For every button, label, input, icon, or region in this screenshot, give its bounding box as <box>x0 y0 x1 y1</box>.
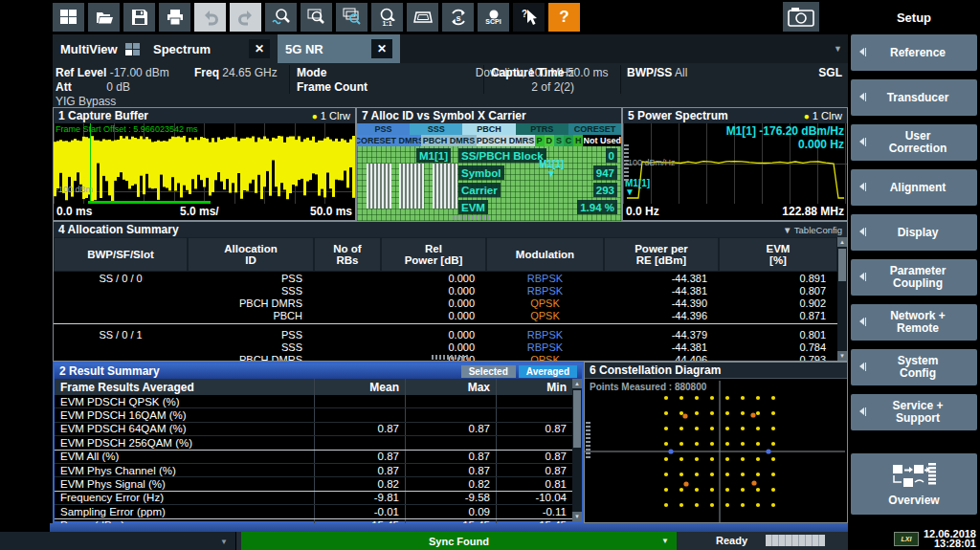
tab-multiview[interactable]: MultiView <box>53 34 145 63</box>
multiview-grid-icon <box>125 43 140 55</box>
multiple-zoom-button[interactable] <box>336 3 368 32</box>
allocation-column-header: BWP/SF/Slot <box>55 238 187 271</box>
splitter-handle[interactable] <box>586 420 590 458</box>
scroll-down-icon[interactable]: ▼ <box>837 351 847 361</box>
sync-status-bar[interactable]: Sync Found ▼ <box>241 532 677 550</box>
scroll-down-icon[interactable]: ▼ <box>572 512 582 521</box>
capture-buffer-plot[interactable]: Frame Start Offset : 5.966023542 ms -100… <box>54 123 355 204</box>
zoom-one-to-one-button[interactable]: 1:1 <box>371 3 403 32</box>
redo-button[interactable] <box>230 3 261 32</box>
legend-pdsch-dmrs: PDSCH DMRS <box>477 135 535 146</box>
power-spectrum-header[interactable]: 5 Power Spectrum ● 1 Clrw <box>623 108 847 124</box>
window-result-summary[interactable]: 2 Result Summary Selected Averaged Frame… <box>53 362 584 523</box>
result-col-min: Min <box>496 379 572 395</box>
constellation-header[interactable]: 6 Constellation Diagram <box>585 363 847 379</box>
window-capture-buffer[interactable]: 1 Capture Buffer ● 1 Clrw Frame Start Of… <box>53 107 356 221</box>
constellation-point <box>695 473 699 476</box>
screenshot-button[interactable] <box>783 2 819 32</box>
constellation-point <box>771 488 775 492</box>
save-icon <box>130 8 149 27</box>
result-summary-title: 2 Result Summary <box>59 364 160 378</box>
sidebar-button-parameter-coupling[interactable]: ParameterCoupling <box>851 259 977 296</box>
tab-spectrum[interactable]: Spectrum ✕ <box>145 34 278 63</box>
redo-icon <box>236 8 256 27</box>
zoom-selection-button[interactable] <box>265 3 297 32</box>
legend-pss: PSS <box>357 123 410 135</box>
alloc-map-header[interactable]: 7 Alloc ID vs Symbol X Carrier <box>357 108 621 124</box>
alloc-legend-row1: PSSSSSPBCHPTRSCORESET <box>357 123 621 135</box>
overview-button[interactable]: Overview <box>851 453 977 515</box>
power-spectrum-plot[interactable]: M1[1] -176.20 dBm/Hz 0.000 Hz -100 dBm/H… <box>623 123 847 204</box>
chevron-down-icon[interactable]: ▼ <box>661 537 669 545</box>
splitter-handle[interactable] <box>432 355 470 360</box>
allocation-summary-header[interactable]: 4 Allocation Summary ▼ TableConfig <box>54 222 847 238</box>
tab-multiview-label: MultiView <box>60 42 118 56</box>
zoom-mode-button[interactable] <box>301 3 332 32</box>
table-config-dropdown[interactable]: ▼ TableConfig <box>783 225 842 235</box>
window-power-spectrum[interactable]: 5 Power Spectrum ● 1 Clrw M1[1] -176.20 … <box>622 107 848 221</box>
help-pointer-button[interactable]: ? <box>513 3 545 32</box>
constellation-point <box>664 473 668 476</box>
spectrum-y-gridline-label: -100 dBm/Hz <box>625 158 676 167</box>
sidebar-button-user-correction[interactable]: UserCorrection <box>851 124 977 161</box>
tabbar-dropdown-icon[interactable]: ▼ <box>834 44 842 54</box>
constellation-point <box>756 488 760 492</box>
splitter-handle[interactable] <box>453 215 491 220</box>
att-label: Att <box>56 80 72 94</box>
status-message-dropdown[interactable]: ▼ <box>0 532 236 550</box>
submenu-arrow-icon <box>856 138 864 145</box>
sidebar-button-system-config[interactable]: SystemConfig <box>851 349 977 385</box>
constellation-point <box>664 396 668 400</box>
sidebar-button-transducer[interactable]: Transducer <box>851 79 977 116</box>
single-sweep-indicator: SGL <box>818 66 842 79</box>
window-allocation-summary[interactable]: 4 Allocation Summary ▼ TableConfig BWP/S… <box>53 221 848 362</box>
datetime-area: LXI 12.06.2018 13:28:01 <box>894 530 976 548</box>
result-summary-scrollbar[interactable]: ▲ ▼ <box>572 379 582 521</box>
sidebar-button-reference[interactable]: Reference <box>851 34 977 71</box>
scroll-thumb[interactable] <box>573 390 581 448</box>
scroll-up-icon[interactable]: ▲ <box>837 237 847 247</box>
m1-marker[interactable]: M1[1]▼ <box>539 160 564 179</box>
display-icon <box>412 8 434 27</box>
open-file-button[interactable] <box>88 3 120 32</box>
result-summary-header[interactable]: 2 Result Summary Selected Averaged <box>55 363 582 380</box>
display-config-button[interactable] <box>407 3 438 32</box>
window-alloc-id-map[interactable]: 7 Alloc ID vs Symbol X Carrier PSSSSSPBC… <box>356 107 622 221</box>
result-table-row: EVM PDSCH 64QAM (%)0.870.870.87 <box>55 423 572 436</box>
scpi-recorder-button[interactable]: SCPI <box>478 3 509 32</box>
result-table-row: EVM PDSCH 256QAM (%) <box>55 436 572 450</box>
constellation-point <box>741 442 745 446</box>
averaged-button[interactable]: Averaged <box>519 365 577 378</box>
tab-5gnr-close-icon[interactable]: ✕ <box>371 39 392 58</box>
capture-buffer-header[interactable]: 1 Capture Buffer ● 1 Clrw <box>54 108 355 124</box>
sidebar-button-service-support[interactable]: Service +Support <box>851 394 977 430</box>
sidebar-button-display[interactable]: Display <box>851 214 977 251</box>
save-button[interactable] <box>123 3 155 32</box>
tab-spectrum-close-icon[interactable]: ✕ <box>249 39 270 58</box>
sidebar-button-network-remote[interactable]: Network +Remote <box>851 304 977 341</box>
alloc-resource-grid[interactable]: M1[1]SS/PBCH Block0Symbol947Carrier293EV… <box>357 146 621 221</box>
allocation-column-header: No ofRBs <box>315 238 380 271</box>
windows-start-button[interactable] <box>53 3 84 32</box>
constellation-plot[interactable] <box>585 379 845 522</box>
scroll-up-icon[interactable]: ▲ <box>572 379 582 388</box>
softkey-menu-title: Setup <box>848 0 980 34</box>
channel-settings-bar[interactable]: Ref Level -17.00 dBm Freq 24.65 GHz Att … <box>53 63 848 107</box>
capture-y-gridline-label: -100 dBm <box>56 185 93 194</box>
undo-button[interactable] <box>194 3 226 32</box>
tab-5gnr[interactable]: 5G NR ✕ <box>278 34 400 63</box>
help-button[interactable]: ? <box>548 3 580 32</box>
sidebar-button-alignment[interactable]: Alignment <box>851 169 977 206</box>
selected-button[interactable]: Selected <box>461 365 516 378</box>
allocation-summary-body: SS / 0 / 0PSS0.000RBPSK-44.3810.891SSS0.… <box>54 272 837 361</box>
sweep-refresh-button[interactable]: s <box>442 3 474 32</box>
frame-count-label: Frame Count <box>297 80 368 94</box>
scroll-thumb[interactable] <box>838 249 846 281</box>
spectrum-m1-marker[interactable]: M1[1]▼ <box>625 179 650 196</box>
window-constellation[interactable]: 6 Constellation Diagram Points Measured … <box>584 362 848 523</box>
print-button[interactable] <box>159 3 190 32</box>
splitter-handle[interactable] <box>624 143 629 181</box>
att-value: 0 dB <box>106 80 130 94</box>
allocation-summary-scrollbar[interactable]: ▲ ▼ <box>837 237 847 361</box>
trace-dot-icon: ● <box>312 111 318 121</box>
